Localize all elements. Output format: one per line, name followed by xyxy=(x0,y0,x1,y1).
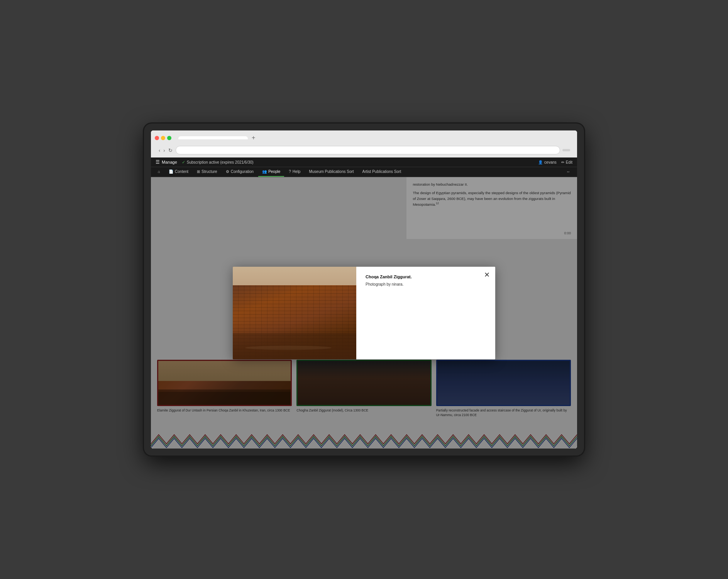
browser-chrome: + ‹ › ↻ xyxy=(151,130,577,157)
nav-structure[interactable]: ⊞ Structure xyxy=(193,167,221,177)
user-icon: 👤 xyxy=(538,160,543,164)
nav-content[interactable]: 📄 Content xyxy=(165,167,192,177)
people-label: People xyxy=(268,169,280,174)
modal-overlay[interactable]: ✕ Choqa Zanbil Ziggurat. Photograph by n… xyxy=(151,177,577,449)
people-icon: 👥 xyxy=(262,169,267,174)
image-modal: ✕ Choqa Zanbil Ziggurat. Photograph by n… xyxy=(233,267,495,359)
modal-title: Choqa Zanbil Ziggurat. xyxy=(366,274,486,279)
username-label: cevans xyxy=(544,160,557,164)
close-window-btn[interactable] xyxy=(155,136,159,140)
page-content: restoration by Nebuchadnezzar II. The de… xyxy=(151,177,577,449)
artist-publications-label: Artist Publications Sort xyxy=(362,169,401,174)
modal-info: ✕ Choqa Zanbil Ziggurat. Photograph by n… xyxy=(356,267,495,359)
edit-label: Edit xyxy=(566,160,572,164)
manage-label[interactable]: Manage xyxy=(162,160,177,164)
page-background: restoration by Nebuchadnezzar II. The de… xyxy=(151,177,577,449)
url-input[interactable] xyxy=(176,146,560,154)
check-icon: ✓ xyxy=(182,160,185,165)
modal-image xyxy=(233,267,356,359)
nav-museum-publications[interactable]: Museum Publications Sort xyxy=(305,167,357,177)
structure-icon: ⊞ xyxy=(197,169,200,174)
active-tab[interactable] xyxy=(178,136,248,139)
toolbar-nav: ⌂ 📄 Content ⊞ Structure ⚙ Configuration … xyxy=(151,167,577,177)
help-label: Help xyxy=(293,169,301,174)
nav-artist-publications[interactable]: Artist Publications Sort xyxy=(359,167,405,177)
maximize-window-btn[interactable] xyxy=(167,136,171,140)
nav-toggle-sidebar[interactable]: ↔ xyxy=(562,167,574,177)
subscription-label: Subscription active (expires 2021/6/30) xyxy=(187,160,254,164)
subscription-badge: ✓ Subscription active (expires 2021/6/30… xyxy=(182,160,254,165)
toolbar-top: ☰ Manage ✓ Subscription active (expires … xyxy=(151,157,577,167)
content-icon: 📄 xyxy=(169,169,173,174)
browser-action-button[interactable] xyxy=(562,149,570,151)
structure-label: Structure xyxy=(201,169,217,174)
new-tab-button[interactable]: + xyxy=(249,134,257,142)
help-icon: ? xyxy=(289,169,291,174)
toolbar-right-nav: ↔ xyxy=(562,167,574,177)
nav-home[interactable]: ⌂ xyxy=(154,167,164,177)
pencil-icon: ✏ xyxy=(561,160,564,164)
nav-help[interactable]: ? Help xyxy=(285,167,304,177)
cms-toolbar: ☰ Manage ✓ Subscription active (expires … xyxy=(151,157,577,177)
configuration-label: Configuration xyxy=(231,169,254,174)
address-bar: ‹ › ↻ xyxy=(155,144,573,157)
user-section[interactable]: 👤 cevans xyxy=(538,160,557,164)
tab-area: + xyxy=(178,134,573,142)
sidebar-icon: ↔ xyxy=(566,169,570,174)
reload-button[interactable]: ↻ xyxy=(168,147,173,154)
hamburger-icon: ☰ xyxy=(156,159,160,165)
back-button[interactable]: ‹ xyxy=(158,147,161,154)
museum-publications-label: Museum Publications Sort xyxy=(309,169,354,174)
content-label: Content xyxy=(175,169,188,174)
forward-button[interactable]: › xyxy=(163,147,166,154)
minimize-window-btn[interactable] xyxy=(161,136,165,140)
home-icon: ⌂ xyxy=(158,169,160,174)
modal-subtitle: Photograph by ninara. xyxy=(366,282,486,286)
nav-people[interactable]: 👥 People xyxy=(258,167,284,177)
toolbar-right: 👤 cevans ✏ Edit xyxy=(538,160,572,164)
edit-section[interactable]: ✏ Edit xyxy=(561,160,572,164)
nav-configuration[interactable]: ⚙ Configuration xyxy=(222,167,257,177)
modal-close-button[interactable]: ✕ xyxy=(484,271,490,278)
manage-section: ☰ Manage xyxy=(156,159,177,165)
traffic-lights xyxy=(155,136,171,140)
config-icon: ⚙ xyxy=(226,169,229,174)
